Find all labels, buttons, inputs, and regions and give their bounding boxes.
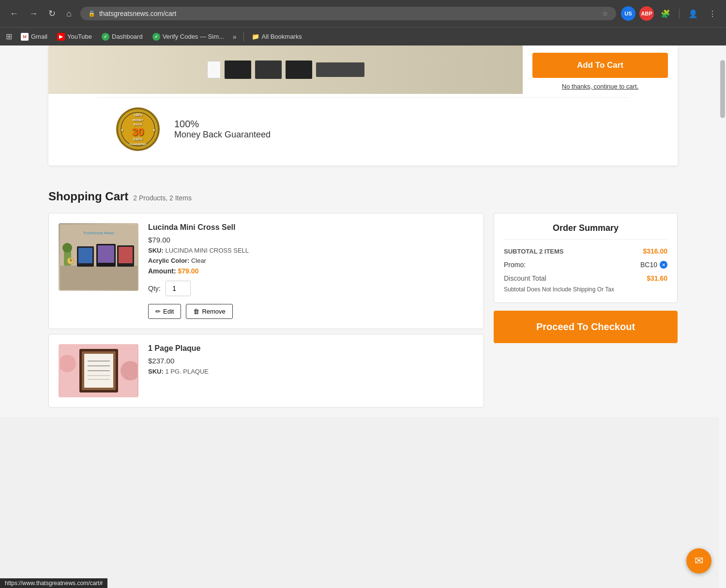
item-1-actions: ✏ Edit 🗑 Remove (148, 304, 474, 319)
address-bar[interactable]: 🔒 thatsgreatsnews.com/cart ☆ (80, 7, 616, 20)
all-bookmarks-button[interactable]: 📁 All Bookmarks (248, 31, 306, 42)
cart-title-text: Shopping Cart (48, 190, 128, 203)
remove-button[interactable]: 🗑 Remove (186, 304, 232, 319)
cart-layout: TruthGreat News Lucinda Mini Cross Sell … (48, 213, 678, 407)
more-bookmarks-button[interactable]: » (230, 31, 240, 42)
money-back-badge: 100% MONEY BACK 30 DAYS GUARANTEE ✦ ✦ (116, 107, 160, 151)
subtotal-row: SUBTOTAL 2 ITEMS $316.00 (504, 247, 667, 255)
svg-text:100%: 100% (134, 113, 143, 117)
verify-icon: ✓ (152, 33, 160, 41)
edit-pencil-icon: ✏ (155, 308, 161, 315)
scrollbar-area[interactable] (719, 45, 726, 588)
page-content: Add To Cart No thanks, continue to cart.… (0, 45, 726, 417)
verify-label: Verify Codes — Sim... (163, 33, 224, 40)
svg-rect-21 (119, 247, 133, 263)
url-text: thatsgreatsnews.com/cart (99, 10, 598, 17)
amount-value: $79.00 (178, 267, 198, 275)
item-1-color: Acrylic Color: Clear (148, 257, 474, 264)
order-summary-card: Order Summary SUBTOTAL 2 ITEMS $316.00 P… (494, 213, 678, 303)
promo-remove-button[interactable]: ✕ (660, 261, 667, 269)
checkout-button[interactable]: Proceed To Checkout (494, 311, 678, 343)
discount-label: Discount Total (504, 274, 546, 282)
promo-label: Promo: (504, 261, 526, 269)
cart-item-2: 1 Page Plaque $237.00 SKU: 1 PG. PLAQUE (48, 334, 484, 407)
bookmark-gmail[interactable]: M Gmail (17, 31, 51, 42)
browser-chrome: ← → ↻ ⌂ 🔒 thatsgreatsnews.com/cart ☆ US … (0, 0, 726, 45)
scrollbar-thumb[interactable] (720, 60, 725, 118)
more-options-button[interactable]: ⋮ (705, 6, 720, 21)
cart-item-1-details: Lucinda Mini Cross Sell $79.00 SKU: LUCI… (148, 223, 474, 319)
chat-button[interactable]: ✉ (686, 548, 711, 573)
cart-item-2-details: 1 Page Plaque $237.00 SKU: 1 PG. PLAQUE (148, 344, 474, 378)
back-button[interactable]: ← (6, 7, 22, 21)
forward-button[interactable]: → (25, 7, 42, 21)
dashboard-label: Dashboard (112, 33, 143, 40)
edit-label: Edit (163, 308, 174, 315)
svg-rect-13 (60, 266, 137, 290)
status-bar: https://www.thatsgreatnews.com/cart# (0, 578, 107, 588)
sku-2-value: 1 PG. PLAQUE (165, 368, 209, 375)
shopping-cart-section: Shopping Cart 2 Products, 2 Items (0, 175, 726, 417)
svg-text:GUARANTEE: GUARANTEE (130, 143, 147, 146)
subtotal-label: SUBTOTAL 2 ITEMS (504, 248, 564, 255)
svg-text:30: 30 (132, 126, 144, 138)
shipping-note: Subtotal Does Not Include Shipping Or Ta… (504, 286, 667, 293)
product-image-1: TruthGreat News (59, 223, 138, 291)
lock-icon: 🔒 (88, 10, 95, 17)
color-value: Clear (191, 257, 206, 264)
extensions-button[interactable]: 🧩 (658, 6, 673, 21)
apps-grid-icon[interactable]: ⊞ (6, 32, 12, 41)
add-to-cart-button[interactable]: Add To Cart (532, 53, 668, 78)
gmail-icon: M (21, 33, 29, 41)
bookmark-verify[interactable]: ✓ Verify Codes — Sim... (149, 31, 228, 42)
cart-title: Shopping Cart 2 Products, 2 Items (48, 190, 678, 203)
toolbar-icons: US ABP 🧩 👤 ⋮ (621, 6, 720, 21)
promo-row: Promo: BC10 ✕ (504, 261, 667, 269)
item-1-amount: Amount: $79.00 (148, 267, 474, 275)
folder-icon: 📁 (252, 33, 259, 40)
money-back-line2: Money Back Guaranteed (174, 130, 271, 140)
svg-text:MONEY: MONEY (133, 119, 143, 121)
subtotal-value: $316.00 (643, 247, 667, 255)
dashboard-icon: ✓ (102, 33, 109, 41)
svg-point-15 (62, 243, 72, 253)
sku-label: SKU: (148, 247, 164, 254)
bookmark-dashboard[interactable]: ✓ Dashboard (98, 31, 147, 42)
money-back-text: 100% Money Back Guaranteed (174, 119, 271, 140)
trash-icon: 🗑 (193, 308, 199, 315)
svg-text:TruthGreat News: TruthGreat News (83, 231, 114, 235)
extension-us-icon[interactable]: US (621, 6, 635, 21)
item-1-name: Lucinda Mini Cross Sell (148, 223, 474, 232)
home-button[interactable]: ⌂ (62, 7, 76, 21)
gmail-label: Gmail (31, 33, 47, 40)
color-label: Acrylic Color: (148, 257, 189, 264)
svg-text:✦: ✦ (152, 128, 156, 133)
item-1-qty: Qty: (148, 281, 474, 296)
bookmark-star-icon[interactable]: ☆ (602, 10, 608, 17)
edit-button[interactable]: ✏ Edit (148, 304, 181, 319)
item-2-sku: SKU: 1 PG. PLAQUE (148, 368, 474, 375)
cart-items-list: TruthGreat News Lucinda Mini Cross Sell … (48, 213, 484, 407)
youtube-label: YouTube (67, 33, 92, 40)
item-2-name: 1 Page Plaque (148, 344, 474, 353)
no-thanks-link[interactable]: No thanks, continue to cart. (532, 83, 668, 90)
discount-value: $31.60 (647, 274, 667, 282)
browser-toolbar: ← → ↻ ⌂ 🔒 thatsgreatsnews.com/cart ☆ US … (0, 0, 726, 27)
remove-label: Remove (202, 308, 225, 315)
bookmarks-divider (243, 32, 244, 42)
qty-input[interactable] (166, 281, 191, 296)
svg-text:✦: ✦ (121, 128, 124, 133)
svg-rect-17 (78, 248, 92, 263)
qty-label: Qty: (148, 285, 161, 292)
user-profile-button[interactable]: 👤 (685, 6, 701, 21)
upsell-container: Add To Cart No thanks, continue to cart.… (48, 45, 678, 166)
product-image-2 (59, 344, 138, 397)
order-summary-sidebar: Order Summary SUBTOTAL 2 ITEMS $316.00 P… (494, 213, 678, 407)
refresh-button[interactable]: ↻ (45, 6, 60, 21)
adblock-icon[interactable]: ABP (639, 6, 654, 21)
sku-value: LUCINDA MINI CROSS SELL (165, 247, 249, 254)
cart-item-1: TruthGreat News Lucinda Mini Cross Sell … (48, 213, 484, 329)
item-1-price: $79.00 (148, 236, 474, 244)
bookmark-youtube[interactable]: ▶ YouTube (53, 31, 96, 42)
all-bookmarks-label: All Bookmarks (262, 33, 302, 40)
